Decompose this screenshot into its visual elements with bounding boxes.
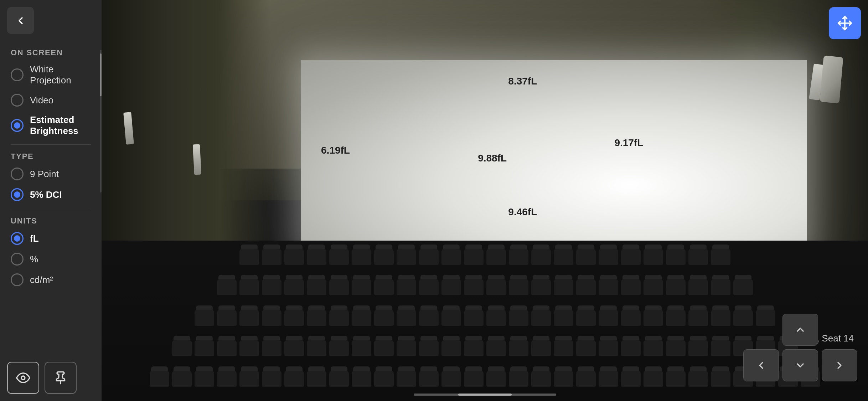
back-button[interactable] (7, 7, 34, 34)
seat[interactable] (172, 371, 192, 387)
estimated-brightness-option[interactable]: Estimated Brightness (11, 114, 91, 137)
seat[interactable] (531, 249, 551, 265)
seat[interactable] (531, 371, 551, 387)
seat[interactable] (666, 310, 686, 326)
seat[interactable] (554, 371, 573, 387)
seat[interactable] (644, 371, 663, 387)
seat[interactable] (688, 310, 708, 326)
seat[interactable] (329, 371, 349, 387)
seat[interactable] (688, 340, 708, 356)
pin-button[interactable] (45, 362, 77, 394)
seat[interactable] (554, 279, 573, 295)
seat[interactable] (644, 279, 663, 295)
pct-radio[interactable] (11, 253, 24, 266)
seat[interactable] (599, 249, 618, 265)
seat[interactable] (554, 340, 573, 356)
seat[interactable] (554, 249, 573, 265)
seat[interactable] (509, 310, 528, 326)
seat[interactable] (239, 310, 259, 326)
seat[interactable] (666, 249, 686, 265)
seat[interactable] (733, 279, 753, 295)
seat[interactable] (239, 340, 259, 356)
nav-right-button[interactable] (822, 349, 857, 381)
seat[interactable] (307, 279, 326, 295)
seat[interactable] (284, 249, 304, 265)
seat[interactable] (486, 340, 506, 356)
seat[interactable] (262, 249, 281, 265)
cdm2-option[interactable]: cd/m² (11, 273, 91, 286)
seat[interactable] (486, 310, 506, 326)
seat[interactable] (262, 279, 281, 295)
seat[interactable] (441, 279, 461, 295)
seat[interactable] (711, 310, 730, 326)
seat[interactable] (464, 279, 484, 295)
seat[interactable] (239, 279, 259, 295)
seat[interactable] (509, 340, 528, 356)
seat[interactable] (329, 249, 349, 265)
seat[interactable] (239, 371, 259, 387)
seat[interactable] (599, 310, 618, 326)
seat[interactable] (374, 310, 394, 326)
move-button[interactable] (829, 7, 861, 39)
9-point-radio[interactable] (11, 168, 24, 180)
seat[interactable] (397, 371, 416, 387)
seat[interactable] (217, 371, 237, 387)
seat[interactable] (441, 340, 461, 356)
seat[interactable] (284, 340, 304, 356)
seat[interactable] (688, 279, 708, 295)
seat[interactable] (329, 279, 349, 295)
seat[interactable] (644, 310, 663, 326)
seat[interactable] (576, 249, 596, 265)
bottom-scroll-bar[interactable] (414, 394, 556, 396)
seat[interactable] (262, 310, 281, 326)
seat[interactable] (531, 340, 551, 356)
seat[interactable] (374, 279, 394, 295)
seat[interactable] (419, 279, 439, 295)
eye-button[interactable] (7, 362, 39, 394)
seat[interactable] (486, 371, 506, 387)
seat[interactable] (307, 310, 326, 326)
seat[interactable] (374, 340, 394, 356)
seat[interactable] (284, 279, 304, 295)
seat[interactable] (284, 371, 304, 387)
seat[interactable] (397, 249, 416, 265)
seat[interactable] (307, 340, 326, 356)
seat[interactable] (464, 310, 484, 326)
seat[interactable] (599, 371, 618, 387)
seat[interactable] (576, 340, 596, 356)
seat[interactable] (352, 340, 371, 356)
fl-radio[interactable] (11, 232, 24, 245)
seat[interactable] (195, 340, 214, 356)
seat[interactable] (711, 371, 730, 387)
seat[interactable] (239, 249, 259, 265)
seat[interactable] (621, 310, 641, 326)
seat[interactable] (509, 249, 528, 265)
seat[interactable] (509, 371, 528, 387)
seat[interactable] (217, 279, 237, 295)
seat[interactable] (599, 340, 618, 356)
seat[interactable] (307, 249, 326, 265)
seat[interactable] (195, 371, 214, 387)
seat[interactable] (419, 371, 439, 387)
seat[interactable] (711, 249, 730, 265)
seat[interactable] (150, 371, 169, 387)
seat[interactable] (644, 249, 663, 265)
cdm2-radio[interactable] (11, 273, 24, 286)
seat[interactable] (397, 310, 416, 326)
seat[interactable] (464, 249, 484, 265)
seat[interactable] (352, 249, 371, 265)
seat[interactable] (509, 279, 528, 295)
9-point-option[interactable]: 9 Point (11, 168, 91, 180)
seat[interactable] (262, 340, 281, 356)
seat[interactable] (329, 310, 349, 326)
seat[interactable] (486, 249, 506, 265)
seat[interactable] (711, 340, 730, 356)
nav-down-button[interactable] (782, 349, 818, 381)
seat[interactable] (711, 279, 730, 295)
seat[interactable] (666, 279, 686, 295)
seat[interactable] (599, 279, 618, 295)
seat[interactable] (352, 310, 371, 326)
seat[interactable] (217, 340, 237, 356)
nav-left-button[interactable] (743, 349, 779, 381)
seat[interactable] (419, 249, 439, 265)
